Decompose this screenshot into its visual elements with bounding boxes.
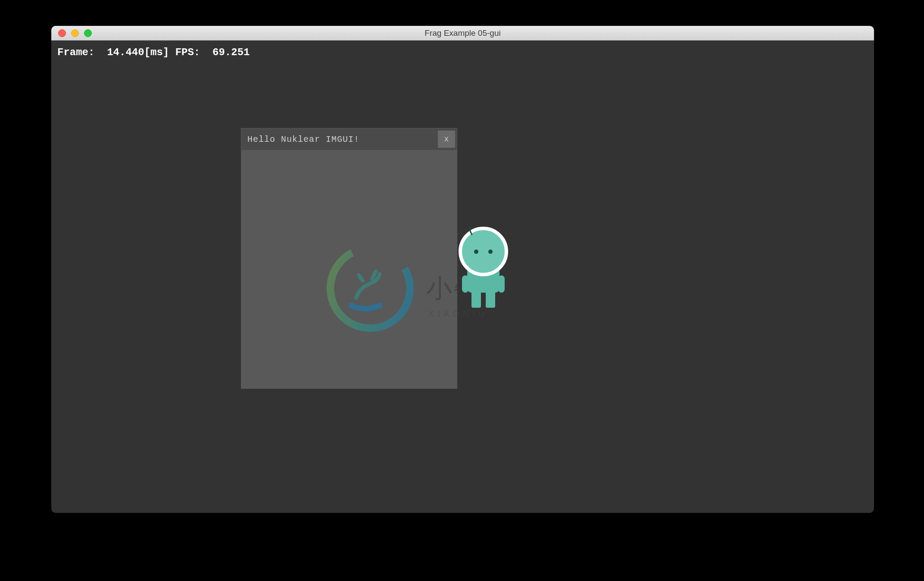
- sprite-leg-right: [486, 293, 495, 308]
- window-title: Frag Example 05-gui: [51, 28, 874, 38]
- sprite-eye-left: [474, 250, 478, 254]
- sprite-eye-right: [488, 250, 493, 254]
- app-window: Frag Example 05-gui Frame: 14.440[ms] FP…: [51, 26, 874, 513]
- minimize-window-button[interactable]: [71, 29, 79, 37]
- macos-titlebar[interactable]: Frag Example 05-gui: [51, 26, 874, 41]
- app-content-area: Frame: 14.440[ms] FPS: 69.251 Hello Nukl…: [51, 41, 874, 513]
- imgui-panel-title: Hello Nuklear IMGUI!: [247, 134, 359, 144]
- close-window-button[interactable]: [58, 29, 66, 37]
- performance-stats: Frame: 14.440[ms] FPS: 69.251: [57, 47, 250, 58]
- imgui-close-button[interactable]: x: [438, 131, 455, 148]
- maximize-window-button[interactable]: [84, 29, 92, 37]
- imgui-panel-titlebar[interactable]: Hello Nuklear IMGUI! x: [241, 128, 457, 150]
- imgui-panel[interactable]: Hello Nuklear IMGUI! x: [241, 128, 457, 389]
- traffic-lights: [51, 29, 92, 37]
- sprite-antenna: [468, 228, 472, 235]
- sprite-leg-left: [471, 293, 481, 308]
- character-sprite: [454, 226, 512, 308]
- sprite-head: [459, 227, 508, 276]
- close-icon: x: [444, 135, 449, 144]
